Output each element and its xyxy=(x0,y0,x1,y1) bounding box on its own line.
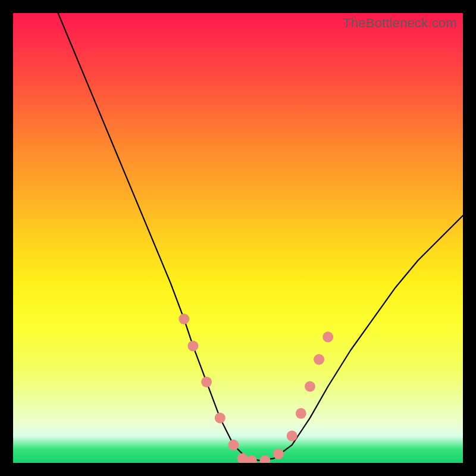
marker-point xyxy=(273,449,284,459)
plot-area: TheBottleneck.com xyxy=(13,13,463,463)
marker-point xyxy=(259,455,270,463)
marker-point xyxy=(246,455,257,463)
curve-layer xyxy=(13,13,463,463)
marker-point xyxy=(187,340,198,351)
marker-point xyxy=(178,314,189,324)
marker-point xyxy=(296,408,306,419)
marker-point xyxy=(228,440,239,450)
bottleneck-curve xyxy=(58,13,463,461)
marker-point xyxy=(305,381,315,392)
marker-point xyxy=(314,354,324,365)
marker-point xyxy=(322,331,333,342)
chart-frame: TheBottleneck.com xyxy=(0,0,476,476)
marker-point xyxy=(215,412,226,423)
marker-point xyxy=(287,431,298,441)
marker-point xyxy=(201,377,212,387)
marker-group xyxy=(178,314,333,463)
